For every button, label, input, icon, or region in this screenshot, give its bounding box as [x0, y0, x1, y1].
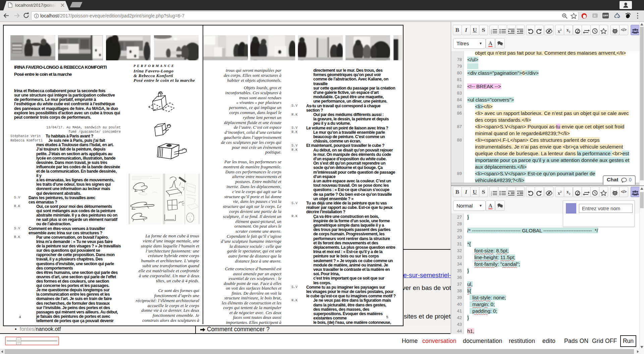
svg-text:3: 3	[491, 194, 492, 196]
svg-text:3: 3	[491, 32, 492, 34]
